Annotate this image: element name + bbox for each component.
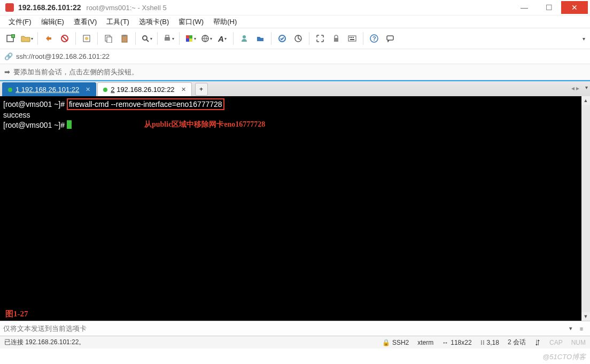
arrow-icon[interactable]: ➡ xyxy=(4,68,10,76)
lock-icon: 🔒 xyxy=(382,339,390,346)
tab-close-button[interactable]: ✕ xyxy=(181,86,186,93)
tab-num: 2 xyxy=(111,86,114,94)
infobar: ➡ 要添加当前会话，点击左侧的箭头按钮。 xyxy=(0,64,590,80)
svg-rect-10 xyxy=(123,35,126,36)
color-scheme-button[interactable]: ▾ xyxy=(183,31,198,46)
toolbar: + ▾ ▾ ▾ ▾ ▾ A▾ ? ▾ xyxy=(0,28,590,49)
compose-button[interactable] xyxy=(291,31,306,46)
font-button[interactable]: A▾ xyxy=(215,31,230,46)
menu-tabs[interactable]: 选项卡(B) xyxy=(136,16,172,28)
titlebar: 192.168.26.101:22 root@vms001:~ - Xshell… xyxy=(0,0,590,15)
status-pos: ⁞⁞3,18 xyxy=(480,339,499,346)
tab-nav-arrows[interactable]: ◂ ▸ xyxy=(571,84,579,92)
scroll-up-button[interactable]: ▲ xyxy=(581,96,590,105)
separator xyxy=(97,32,98,45)
svg-rect-17 xyxy=(186,38,189,42)
terminal-output: success xyxy=(3,111,30,119)
close-button[interactable]: ✕ xyxy=(561,1,588,14)
svg-rect-15 xyxy=(186,35,189,38)
menu-edit[interactable]: 编辑(E) xyxy=(38,16,67,28)
copy-button[interactable] xyxy=(101,31,116,46)
status-num: NUM xyxy=(571,339,586,346)
paste-button[interactable] xyxy=(117,31,132,46)
keyboard-button[interactable] xyxy=(345,31,360,46)
command-highlight: firewall-cmd --remove-interface=eno16777… xyxy=(67,98,224,110)
xftp-button[interactable] xyxy=(253,31,268,46)
feedback-button[interactable] xyxy=(383,31,398,46)
title-sub: root@vms001:~ - Xshell 5 xyxy=(87,4,167,12)
svg-rect-14 xyxy=(166,35,169,37)
disconnect-button[interactable] xyxy=(57,31,72,46)
status-sessions: 2 会话 xyxy=(508,338,526,347)
find-button[interactable]: ▾ xyxy=(139,31,154,46)
help-button[interactable]: ? xyxy=(367,31,382,46)
minimize-button[interactable]: — xyxy=(512,1,537,14)
open-button[interactable]: ▾ xyxy=(19,31,34,46)
maximize-button[interactable]: ☐ xyxy=(537,1,561,14)
tab-num: 1 xyxy=(15,86,19,94)
terminal[interactable]: [root@vms001 ~]# firewall-cmd --remove-i… xyxy=(0,96,581,321)
title-ip: 192.168.26.101:22 xyxy=(18,3,81,12)
menubar: 文件(F) 编辑(E) 查看(V) 工具(T) 选项卡(B) 窗口(W) 帮助(… xyxy=(0,15,590,28)
svg-line-4 xyxy=(63,36,67,41)
svg-line-12 xyxy=(146,40,149,42)
menu-file[interactable]: 文件(F) xyxy=(5,16,35,28)
compose-bar: ▾ ≡ xyxy=(0,321,590,336)
encoding-button[interactable]: ▾ xyxy=(199,31,214,46)
menu-view[interactable]: 查看(V) xyxy=(71,16,100,28)
prompt: [root@vms001 ~]# xyxy=(3,100,67,109)
print-button[interactable]: ▾ xyxy=(161,31,176,46)
scrollbar[interactable]: ▲ ▼ xyxy=(581,96,590,321)
compose-menu-button[interactable]: ≡ xyxy=(576,323,587,334)
figure-label: 图1-27 xyxy=(5,309,28,319)
scroll-down-button[interactable]: ▼ xyxy=(581,312,590,321)
tab-list-button[interactable]: ▾ xyxy=(585,84,588,90)
session-tab[interactable]: 2 192.168.26.102:22 ✕ xyxy=(97,82,191,96)
status-size: ↔118x22 xyxy=(442,339,471,346)
tab-close-button[interactable]: ✕ xyxy=(86,86,90,93)
properties-button[interactable] xyxy=(79,31,94,46)
svg-rect-8 xyxy=(107,37,112,43)
reconnect-button[interactable] xyxy=(41,31,56,46)
svg-rect-25 xyxy=(334,38,338,42)
compose-input[interactable] xyxy=(3,324,565,332)
separator xyxy=(233,32,234,45)
scroll-track[interactable] xyxy=(581,105,590,312)
new-tab-button[interactable]: + xyxy=(195,83,208,96)
tab-label: 192.168.26.102:22 xyxy=(117,86,174,94)
status-connected: 已连接 192.168.26.101:22。 xyxy=(4,338,374,347)
separator xyxy=(37,32,38,45)
separator xyxy=(363,32,363,45)
infobar-text: 要添加当前会话，点击左侧的箭头按钮。 xyxy=(13,67,138,77)
window-controls: — ☐ ✕ xyxy=(512,1,588,14)
separator xyxy=(271,32,271,45)
new-session-button[interactable]: + xyxy=(3,31,18,46)
tab-label: 192.168.26.101:22 xyxy=(21,86,79,94)
xagent-button[interactable] xyxy=(237,31,252,46)
svg-rect-16 xyxy=(189,35,192,38)
status-cap: CAP xyxy=(549,339,563,346)
compose-target-button[interactable]: ▾ xyxy=(565,323,576,334)
svg-text:?: ? xyxy=(372,35,376,42)
separator xyxy=(75,32,76,45)
size-icon: ↔ xyxy=(442,339,448,346)
lock-button[interactable] xyxy=(329,31,344,46)
menu-tools[interactable]: 工具(T) xyxy=(103,16,133,28)
svg-point-20 xyxy=(243,35,246,38)
toolbar-overflow-button[interactable]: ▾ xyxy=(580,36,587,42)
session-tab-active[interactable]: 1 192.168.26.101:22 ✕ xyxy=(2,82,96,96)
menu-window[interactable]: 窗口(W) xyxy=(175,16,207,28)
separator xyxy=(179,32,180,45)
svg-rect-30 xyxy=(350,39,354,40)
menu-help[interactable]: 帮助(H) xyxy=(210,16,240,28)
svg-rect-33 xyxy=(387,36,393,40)
status-arrows[interactable]: ⮃ xyxy=(534,339,541,346)
app-icon xyxy=(5,3,14,12)
tunneling-button[interactable] xyxy=(275,31,290,46)
status-dot-icon xyxy=(103,88,107,92)
svg-rect-18 xyxy=(189,38,192,42)
status-dot-icon xyxy=(8,88,12,92)
separator xyxy=(135,32,136,45)
fullscreen-button[interactable] xyxy=(313,31,328,46)
address-url[interactable]: ssh://root@192.168.26.101:22 xyxy=(16,52,110,60)
